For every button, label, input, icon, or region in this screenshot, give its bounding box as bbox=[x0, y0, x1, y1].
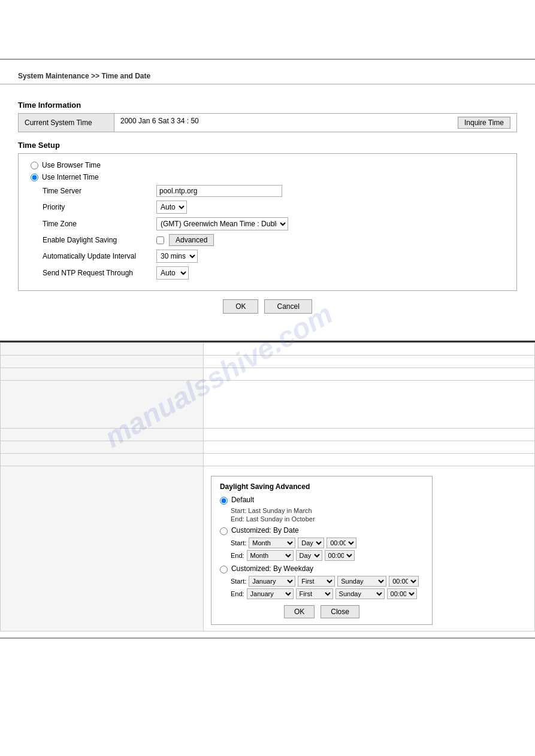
send-ntp-label: Send NTP Request Through bbox=[43, 269, 156, 277]
ds-by-date-end-month[interactable]: MonthJanuaryFebruaryMarch AprilMayJuneJu… bbox=[247, 550, 294, 561]
grid-left-7 bbox=[1, 454, 204, 466]
grid-left-4 bbox=[1, 381, 204, 429]
ds-by-date-end-time[interactable]: 00:0001:0002:00 bbox=[325, 550, 355, 561]
daylight-advanced-title: Daylight Saving Advanced bbox=[220, 482, 424, 491]
grid-right-4 bbox=[203, 381, 534, 429]
grid-left-3 bbox=[1, 368, 204, 381]
ds-default-label: Default bbox=[231, 496, 254, 504]
ds-by-weekday-end-day[interactable]: SundayMondayTuesdayWednesday ThursdayFri… bbox=[335, 588, 385, 599]
ds-by-weekday-start-row: Start: JanuaryFebruaryMarchApril MayJune… bbox=[220, 576, 424, 587]
table-row bbox=[1, 356, 535, 368]
table-row bbox=[1, 343, 535, 356]
bottom-bar bbox=[0, 637, 535, 649]
grid-right-3 bbox=[203, 368, 534, 381]
time-zone-select[interactable]: (GMT) Greenwich Mean Time : Dublin (GMT+… bbox=[156, 217, 288, 230]
current-system-time-label: Current System Time bbox=[19, 114, 114, 132]
top-bar bbox=[0, 0, 535, 60]
table-row bbox=[1, 368, 535, 381]
ds-default-radio[interactable] bbox=[220, 497, 228, 505]
ds-by-weekday-end-row: End: JanuaryFebruaryMarchApril MayJuneJu… bbox=[220, 588, 424, 599]
grid-right-5 bbox=[203, 429, 534, 441]
ds-by-weekday-start-week[interactable]: FirstSecondThirdFourthLast bbox=[298, 576, 335, 587]
ds-by-weekday-radio[interactable] bbox=[220, 566, 228, 573]
grid-left-5 bbox=[1, 429, 204, 441]
use-browser-time-label: Use Browser Time bbox=[42, 161, 101, 169]
time-server-row: Time Server bbox=[31, 185, 504, 197]
ds-by-weekday-end-time[interactable]: 00:0001:0002:00 bbox=[387, 588, 417, 599]
ds-by-date-end-day[interactable]: Day12345 bbox=[296, 550, 322, 561]
ds-by-weekday-end-month[interactable]: JanuaryFebruaryMarchApril MayJuneJulyAug… bbox=[247, 588, 294, 599]
use-browser-time-row: Use Browser Time bbox=[31, 161, 504, 169]
ds-close-button[interactable]: Close bbox=[321, 605, 359, 618]
table-row bbox=[1, 441, 535, 454]
enable-daylight-checkbox[interactable] bbox=[156, 236, 164, 244]
time-info-title: Time Information bbox=[18, 101, 517, 110]
main-content: Time Information Current System Time 200… bbox=[0, 84, 535, 335]
ds-by-date-start-month[interactable]: MonthJanuaryFebruaryMarch AprilMayJuneJu… bbox=[249, 538, 295, 548]
auto-update-label: Automatically Update Interval bbox=[43, 252, 156, 260]
ds-by-weekday-start-label: Start: bbox=[231, 578, 246, 585]
ds-by-date-start-time[interactable]: 00:0001:0002:00 bbox=[327, 538, 356, 548]
cancel-button[interactable]: Cancel bbox=[264, 299, 312, 314]
auto-update-select[interactable]: 30 mins 5 mins 10 mins 1 hour bbox=[156, 250, 198, 263]
ds-ok-button[interactable]: OK bbox=[284, 605, 315, 618]
enable-daylight-label: Enable Daylight Saving bbox=[43, 236, 156, 244]
ds-by-weekday-end-week[interactable]: FirstSecondThirdFourthLast bbox=[296, 588, 333, 599]
grid-left-8 bbox=[1, 466, 204, 631]
auto-update-row: Automatically Update Interval 30 mins 5 … bbox=[31, 250, 504, 263]
time-zone-row: Time Zone (GMT) Greenwich Mean Time : Du… bbox=[31, 217, 504, 230]
use-browser-time-radio[interactable] bbox=[31, 162, 38, 169]
table-row-daylight: Daylight Saving Advanced Default Start: … bbox=[1, 466, 535, 631]
grid-right-7 bbox=[203, 454, 534, 466]
send-ntp-row: Send NTP Request Through Auto WAN LAN bbox=[31, 266, 504, 280]
ds-by-date-label: Customized: By Date bbox=[231, 526, 299, 535]
current-system-time-value: 2000 Jan 6 Sat 3 34 : 50 Inquire Time bbox=[114, 114, 517, 132]
time-server-label: Time Server bbox=[43, 187, 156, 195]
grid-left-6 bbox=[1, 441, 204, 454]
time-zone-label: Time Zone bbox=[43, 220, 156, 228]
grid-table: Daylight Saving Advanced Default Start: … bbox=[0, 342, 535, 631]
ok-cancel-row: OK Cancel bbox=[18, 299, 517, 314]
grid-right-6 bbox=[203, 441, 534, 454]
table-row bbox=[1, 381, 535, 429]
advanced-button[interactable]: Advanced bbox=[169, 234, 214, 246]
breadcrumb: System Maintenance >> Time and Date bbox=[0, 66, 535, 84]
daylight-advanced-box: Daylight Saving Advanced Default Start: … bbox=[211, 476, 433, 625]
ds-by-weekday-end-label: End: bbox=[231, 590, 244, 597]
table-row bbox=[1, 454, 535, 466]
ds-by-weekday-label: Customized: By Weekday bbox=[231, 564, 313, 573]
ds-ok-close-row: OK Close bbox=[220, 605, 424, 618]
ds-by-weekday-start-day[interactable]: SundayMondayTuesdayWednesday ThursdayFri… bbox=[337, 576, 386, 587]
priority-row: Priority Auto 1 2 3 bbox=[31, 201, 504, 214]
grid-right-8: Daylight Saving Advanced Default Start: … bbox=[203, 466, 534, 631]
priority-select[interactable]: Auto 1 2 3 bbox=[156, 201, 187, 214]
grid-left-1 bbox=[1, 343, 204, 356]
time-setup-box: Use Browser Time Use Internet Time Time … bbox=[18, 153, 517, 291]
ds-by-weekday-start-month[interactable]: JanuaryFebruaryMarchApril MayJuneJulyAug… bbox=[249, 576, 295, 587]
grid-right-1 bbox=[203, 343, 534, 356]
ds-default-start: Start: Last Sunday in March bbox=[220, 507, 424, 514]
ds-by-date-start-label: Start: bbox=[231, 539, 246, 546]
ds-by-weekday-start-time[interactable]: 00:0001:0002:00 bbox=[389, 576, 419, 587]
send-ntp-select[interactable]: Auto WAN LAN bbox=[156, 266, 189, 280]
time-info-table: Current System Time 2000 Jan 6 Sat 3 34 … bbox=[18, 113, 517, 132]
ds-by-date-end-row: End: MonthJanuaryFebruaryMarch AprilMayJ… bbox=[220, 550, 424, 561]
time-server-input[interactable] bbox=[156, 185, 282, 197]
ds-default-row: Default bbox=[220, 496, 424, 505]
use-internet-time-label: Use Internet Time bbox=[42, 173, 99, 181]
ds-by-date-start-day[interactable]: Day12345 bbox=[298, 538, 324, 548]
ok-button[interactable]: OK bbox=[223, 299, 258, 314]
ds-by-weekday-row: Customized: By Weekday bbox=[220, 564, 424, 573]
ds-by-date-radio[interactable] bbox=[220, 527, 228, 535]
ds-by-date-row: Customized: By Date bbox=[220, 526, 424, 535]
priority-label: Priority bbox=[43, 203, 156, 211]
enable-daylight-row: Enable Daylight Saving Advanced bbox=[31, 234, 504, 246]
table-row bbox=[1, 429, 535, 441]
use-internet-time-radio[interactable] bbox=[31, 174, 38, 181]
grid-left-2 bbox=[1, 356, 204, 368]
inquire-time-button[interactable]: Inquire Time bbox=[458, 117, 510, 129]
time-setup-title: Time Setup bbox=[18, 141, 517, 150]
ds-default-end: End: Last Sunday in October bbox=[220, 515, 424, 523]
grid-right-2 bbox=[203, 356, 534, 368]
ds-by-date-end-label: End: bbox=[231, 552, 244, 559]
